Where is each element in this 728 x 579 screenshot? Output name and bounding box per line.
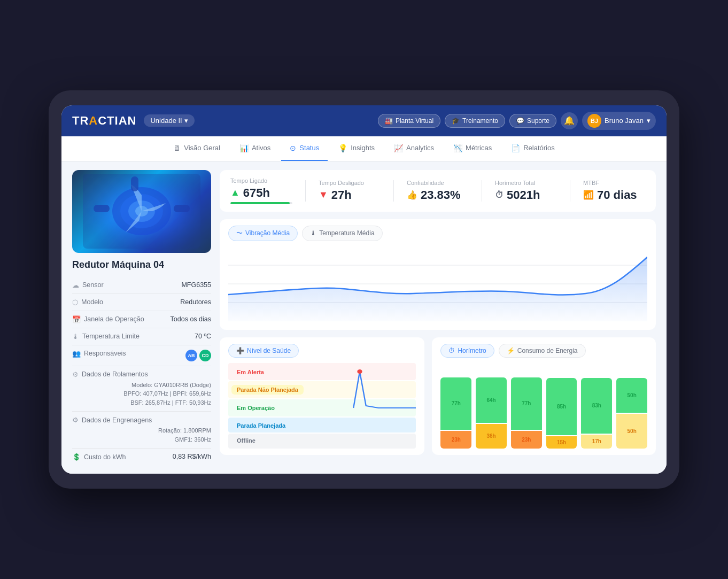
thermometer-icon: 🌡 bbox=[310, 229, 316, 237]
bar-bottom-3: 15h bbox=[546, 436, 577, 449]
monitor-icon: 🖥 bbox=[173, 144, 181, 152]
consumo-tab[interactable]: ⚡ Consumo de Energia bbox=[499, 344, 586, 358]
logo: TRACTIAN bbox=[72, 114, 136, 128]
vibracao-chart-card: 〜 Vibração Média 🌡 Temperatura Média bbox=[220, 219, 656, 330]
svg-rect-6 bbox=[174, 205, 190, 212]
stat-divider-1 bbox=[305, 180, 306, 202]
stat-tempo-ligado: Tempo Ligado ▲ 675h bbox=[230, 177, 292, 204]
modelo-icon: ⬡ bbox=[72, 298, 78, 306]
dollar-icon: 💲 bbox=[72, 453, 81, 461]
status-icon: ⊙ bbox=[290, 144, 296, 152]
vibracao-tab[interactable]: 〜 Vibração Média bbox=[228, 226, 298, 241]
bar-bottom-4: 17h bbox=[581, 435, 612, 449]
signal-icon: 📶 bbox=[583, 190, 594, 200]
horimetro-tab[interactable]: ⏱ Horímetro bbox=[440, 344, 494, 358]
engrenagens-row: ⚙ Dados de Engrenagens Rotação: 1.800RPM… bbox=[72, 412, 211, 449]
mtbf-value: 70 dias bbox=[597, 188, 637, 202]
chevron-down-icon: ▾ bbox=[184, 117, 188, 125]
bar-col-3: 85h 15h bbox=[546, 378, 577, 449]
planta-virtual-button[interactable]: 🏭 Planta Virtual bbox=[378, 114, 440, 128]
stat-mtbf: MTBF 📶 70 dias bbox=[583, 180, 645, 202]
svg-rect-5 bbox=[94, 205, 110, 212]
nav-relatorios[interactable]: 📄 Relatórios bbox=[502, 136, 563, 161]
rolamentos-icon: ⚙ bbox=[72, 370, 79, 379]
nav-ativos[interactable]: 📊 Ativos bbox=[231, 136, 279, 161]
suporte-icon: 💬 bbox=[516, 117, 524, 125]
bar-bottom-0: 23h bbox=[440, 431, 471, 449]
insights-icon: 💡 bbox=[338, 144, 347, 152]
turbine-illustration bbox=[83, 174, 200, 249]
calendar-icon: 📅 bbox=[72, 315, 81, 323]
bar-col-0: 77h 23h bbox=[440, 377, 471, 449]
relatorios-icon: 📄 bbox=[511, 144, 520, 152]
stat-tempo-desligado: Tempo Desligado ▼ 27h bbox=[319, 180, 381, 202]
header: TRACTIAN Unidade II ▾ 🏭 Planta Virtual 🎓… bbox=[61, 105, 667, 136]
bar-bottom-1: 36h bbox=[476, 424, 507, 449]
custo-row: 💲 Custo do kWh 0,83 R$/kWh bbox=[72, 449, 211, 465]
asset-image bbox=[72, 170, 211, 253]
bar-bottom-2: 23h bbox=[511, 431, 542, 449]
tablet-frame: TRACTIAN Unidade II ▾ 🏭 Planta Virtual 🎓… bbox=[49, 90, 679, 489]
horimetro-value: 5021h bbox=[507, 188, 540, 202]
horimetro-card: ⏱ Horímetro ⚡ Consumo de Energia 77h bbox=[432, 337, 656, 455]
nav-bar: 🖥 Visão Geral 📊 Ativos ⊙ Status 💡 Insigh… bbox=[61, 136, 667, 161]
responsaveis-avatars: AB CD bbox=[185, 350, 211, 361]
nav-status[interactable]: ⊙ Status bbox=[281, 136, 328, 161]
arrow-up-icon: ▲ bbox=[230, 187, 240, 198]
bar-col-2: 77h 23h bbox=[511, 377, 542, 449]
bar-top-2: 77h bbox=[511, 377, 542, 430]
wave-icon: 〜 bbox=[236, 229, 243, 238]
bar-bottom-5: 50h bbox=[616, 414, 647, 449]
user-button[interactable]: BJ Bruno Javan ▾ bbox=[582, 112, 656, 130]
tempo-desligado-value: 27h bbox=[331, 188, 352, 202]
thumb-up-icon: 👍 bbox=[407, 190, 417, 200]
suporte-button[interactable]: 💬 Suporte bbox=[509, 114, 556, 128]
stats-row: Tempo Ligado ▲ 675h Tempo Desligado bbox=[220, 170, 656, 212]
chart-tabs: 〜 Vibração Média 🌡 Temperatura Média bbox=[228, 226, 647, 241]
bar-wrap-2: 77h 23h bbox=[511, 377, 542, 449]
bar-top-1: 64h bbox=[476, 377, 507, 423]
treinamento-icon: 🎓 bbox=[452, 117, 460, 125]
nav-analytics[interactable]: 📈 Analytics bbox=[385, 136, 443, 161]
stat-horimetro: Horímetro Total ⏱ 5021h bbox=[495, 180, 557, 202]
timer-icon: ⏱ bbox=[448, 347, 455, 354]
bar-wrap-1: 64h 36h bbox=[476, 377, 507, 449]
bar-col-5: 50h 50h bbox=[616, 378, 647, 449]
unit-label: Unidade II bbox=[150, 117, 182, 125]
sensor-row: ☁ Sensor MFG6355 bbox=[72, 277, 211, 294]
temperatura-tab[interactable]: 🌡 Temperatura Média bbox=[302, 226, 382, 241]
resp-avatar-1: AB bbox=[185, 350, 197, 361]
nav-insights[interactable]: 💡 Insights bbox=[330, 136, 383, 161]
gear-icon: ⚙ bbox=[72, 416, 79, 424]
bar-top-5: 50h bbox=[616, 378, 647, 413]
header-left: TRACTIAN Unidade II ▾ bbox=[72, 114, 195, 128]
modelo-row: ⬡ Modelo Redutores bbox=[72, 294, 211, 311]
header-right: 🏭 Planta Virtual 🎓 Treinamento 💬 Suporte… bbox=[378, 112, 656, 130]
tempo-ligado-value: 675h bbox=[243, 186, 270, 200]
notifications-button[interactable]: 🔔 bbox=[561, 112, 578, 129]
bell-icon: 🔔 bbox=[564, 115, 575, 126]
confiabilidade-value: 23.83% bbox=[421, 188, 461, 202]
health-chart-area: Em Alerta Parada Não Planejada Em Operaç… bbox=[228, 363, 416, 449]
responsaveis-row: 👥 Responsáveis AB CD bbox=[72, 345, 211, 366]
unit-selector[interactable]: Unidade II ▾ bbox=[144, 114, 194, 127]
arrow-down-icon: ▼ bbox=[319, 189, 328, 200]
rolamentos-row: ⚙ Dados de Rolamentos Modelo: GYA010RRB … bbox=[72, 366, 211, 412]
energy-icon: ⚡ bbox=[507, 347, 515, 354]
bar-col-4: 83h 17h bbox=[581, 378, 612, 449]
horimetro-bar-chart: 77h 23h 64h 36h 77h 23h 85h 15h 83h 17h bbox=[440, 363, 647, 449]
stat-confiabilidade: Confiabilidade 👍 23.83% bbox=[407, 180, 469, 202]
resp-avatar-2: CD bbox=[199, 350, 211, 361]
nav-metricas[interactable]: 📉 Métricas bbox=[445, 136, 500, 161]
planta-icon: 🏭 bbox=[385, 117, 393, 125]
saude-tab[interactable]: ➕ Nível de Saúde bbox=[228, 344, 299, 358]
treinamento-button[interactable]: 🎓 Treinamento bbox=[445, 114, 505, 128]
bar-top-0: 77h bbox=[440, 377, 471, 430]
right-panel: Tempo Ligado ▲ 675h Tempo Desligado bbox=[220, 170, 656, 466]
svg-rect-7 bbox=[131, 176, 138, 191]
people-icon: 👥 bbox=[72, 350, 81, 358]
vibracao-line-chart bbox=[228, 246, 647, 321]
left-panel: Redutor Máquina 04 ☁ Sensor MFG6355 ⬡ Mo… bbox=[72, 170, 211, 466]
nav-visao-geral[interactable]: 🖥 Visão Geral bbox=[165, 136, 229, 161]
bar-col-1: 64h 36h bbox=[476, 377, 507, 449]
